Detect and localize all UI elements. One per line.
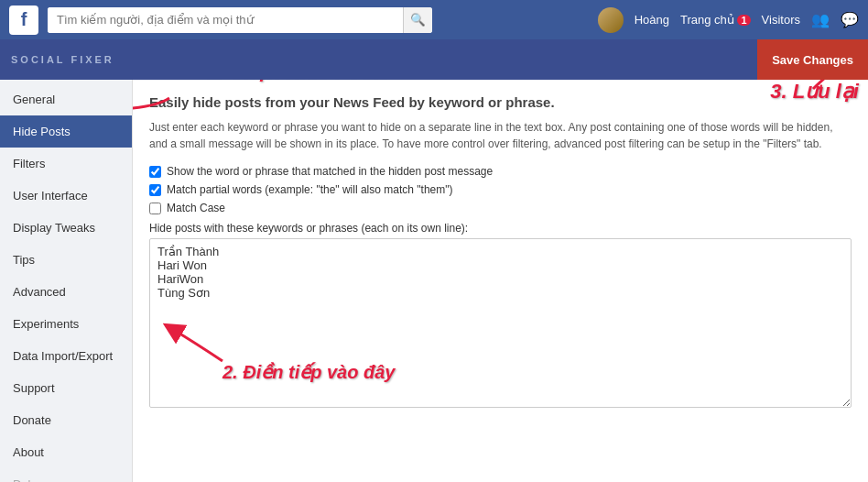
sidebar-item-label: General bbox=[13, 93, 55, 106]
textarea-label: Hide posts with these keywords or phrase… bbox=[149, 222, 852, 235]
search-icon: 🔍 bbox=[410, 13, 426, 27]
sidebar-item-label: Advanced bbox=[13, 285, 66, 299]
sidebar-item-support[interactable]: Support bbox=[0, 372, 132, 404]
content-area: 1. Chọn Hide Posts Easily hide posts fro… bbox=[133, 80, 868, 482]
trang-chu-badge: 1 bbox=[737, 15, 750, 26]
sidebar-item-tips[interactable]: Tips bbox=[0, 244, 132, 276]
checkbox-row-1: Show the word or phrase that matched in … bbox=[149, 165, 852, 178]
sidebar-item-data-import-export[interactable]: Data Import/Export bbox=[0, 340, 132, 372]
checkbox-row-3: Match Case bbox=[149, 202, 852, 214]
trang-chu-link[interactable]: Trang chủ 1 bbox=[680, 13, 751, 27]
sidebar-item-general[interactable]: General bbox=[0, 83, 132, 115]
textarea-container: Trần Thành Hari Won HariWon Tùng Sơn 2. … bbox=[149, 238, 852, 411]
sidebar-item-label: Donate bbox=[13, 413, 51, 427]
match-partial-checkbox[interactable] bbox=[149, 184, 161, 196]
sidebar-item-label: Display Tweaks bbox=[13, 221, 95, 235]
search-button[interactable]: 🔍 bbox=[403, 7, 432, 33]
sf-title: SOCIAL FIXER bbox=[11, 54, 114, 65]
sidebar-item-label: Hide Posts bbox=[13, 125, 71, 138]
section-title: Easily hide posts from your News Feed by… bbox=[149, 94, 852, 110]
search-input[interactable] bbox=[48, 7, 403, 33]
sidebar-item-filters[interactable]: Filters bbox=[0, 148, 132, 180]
sidebar-item-label: About bbox=[13, 445, 44, 459]
sidebar-item-debug[interactable]: Debug bbox=[0, 468, 132, 482]
sf-header: SOCIAL FIXER Save Changes bbox=[0, 39, 868, 80]
user-name[interactable]: Hoàng bbox=[635, 13, 669, 27]
sidebar-item-label: Debug bbox=[13, 477, 48, 482]
sidebar-item-label: Tips bbox=[13, 253, 35, 267]
match-case-checkbox[interactable] bbox=[149, 203, 161, 214]
visitors-link[interactable]: Visitors bbox=[762, 13, 800, 27]
sidebar-item-label: Support bbox=[13, 381, 55, 395]
match-partial-label[interactable]: Match partial words (example: "the" will… bbox=[167, 183, 452, 196]
sidebar-item-label: Filters bbox=[13, 157, 45, 170]
sidebar-item-display-tweaks[interactable]: Display Tweaks bbox=[0, 212, 132, 244]
match-case-label[interactable]: Match Case bbox=[167, 202, 225, 214]
sidebar-item-donate[interactable]: Donate bbox=[0, 404, 132, 436]
sidebar-item-hide-posts[interactable]: Hide Posts bbox=[0, 115, 132, 148]
sidebar-item-about[interactable]: About bbox=[0, 436, 132, 468]
sidebar-item-advanced[interactable]: Advanced bbox=[0, 276, 132, 308]
avatar bbox=[598, 7, 624, 33]
sf-body: General Hide Posts Filters User Interfac… bbox=[0, 80, 868, 482]
checkbox-row-2: Match partial words (example: "the" will… bbox=[149, 183, 852, 196]
topbar-right: Hoàng Trang chủ 1 Visitors 👥 💬 bbox=[598, 7, 859, 33]
sidebar-item-label: User Interface bbox=[13, 189, 88, 203]
chat-icon[interactable]: 💬 bbox=[841, 11, 859, 28]
fb-logo-icon: f bbox=[9, 5, 38, 35]
annotation-1: 1. Chọn Hide Posts bbox=[206, 80, 389, 83]
keywords-textarea[interactable]: Trần Thành Hari Won HariWon Tùng Sơn bbox=[149, 238, 852, 408]
show-word-checkbox[interactable] bbox=[149, 166, 161, 178]
save-changes-button[interactable]: Save Changes bbox=[757, 39, 868, 80]
show-word-label[interactable]: Show the word or phrase that matched in … bbox=[167, 165, 493, 178]
sidebar: General Hide Posts Filters User Interfac… bbox=[0, 80, 133, 482]
section-description: Just enter each keyword or phrase you wa… bbox=[149, 119, 852, 152]
sidebar-item-label: Experiments bbox=[13, 317, 79, 331]
fb-topbar: f 🔍 Hoàng Trang chủ 1 Visitors 👥 💬 bbox=[0, 0, 868, 39]
fb-search-bar[interactable]: 🔍 bbox=[48, 7, 432, 33]
annotation-1-text: 1. Chọn Hide Posts bbox=[206, 80, 389, 82]
trang-chu-label: Trang chủ bbox=[680, 13, 734, 27]
people-icon[interactable]: 👥 bbox=[811, 11, 830, 28]
sidebar-item-experiments[interactable]: Experiments bbox=[0, 308, 132, 340]
sidebar-item-label: Data Import/Export bbox=[13, 349, 113, 363]
sidebar-item-user-interface[interactable]: User Interface bbox=[0, 180, 132, 212]
